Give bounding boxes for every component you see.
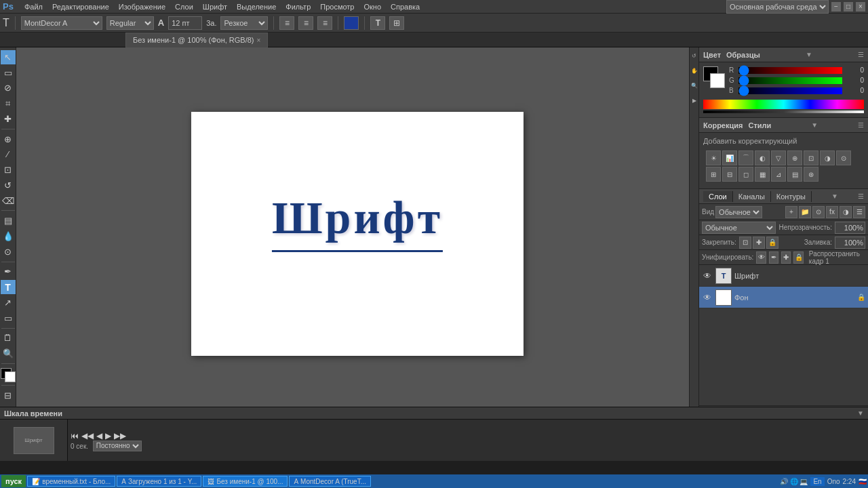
menu-edit[interactable]: Редактирование — [48, 1, 113, 12]
color-swatch[interactable] — [1, 368, 16, 382]
path-selection-tool[interactable]: ↗ — [1, 296, 16, 310]
close-button[interactable]: × — [856, 2, 865, 12]
blur-tool[interactable]: 💧 — [1, 229, 16, 243]
color-spectrum[interactable] — [703, 100, 864, 109]
blue-slider[interactable] — [738, 87, 842, 94]
tab-close-btn[interactable]: × — [257, 37, 261, 44]
menu-select[interactable]: Выделение — [233, 1, 280, 12]
hue-sat-icon[interactable]: ⊕ — [787, 150, 802, 165]
history-brush-tool[interactable]: ↺ — [1, 178, 16, 192]
color-balance-icon[interactable]: ⊡ — [804, 150, 818, 165]
lock-px-icon[interactable]: ⊡ — [739, 237, 751, 249]
menu-window[interactable]: Окно — [360, 1, 386, 12]
lasso-tool[interactable]: ⊘ — [1, 81, 16, 96]
quick-mask-btn[interactable]: ⊟ — [1, 388, 16, 403]
color-btn[interactable] — [344, 16, 359, 30]
unify-lock-icon[interactable]: 🔒 — [793, 251, 803, 264]
minimize-button[interactable]: − — [831, 2, 841, 12]
move-tool[interactable]: ↖ — [1, 50, 16, 64]
layer-mask-icon[interactable]: ⊙ — [812, 206, 825, 218]
lock-pos-icon[interactable]: ✚ — [753, 237, 765, 249]
threshold-icon[interactable]: ⊿ — [771, 167, 786, 182]
tl-play-btn[interactable]: ▶ — [105, 431, 111, 441]
align-center-btn[interactable]: ≡ — [298, 16, 313, 30]
layer-vis-bg[interactable]: 👁 — [702, 292, 713, 303]
bw-icon[interactable]: ◑ — [820, 150, 835, 165]
invert-icon[interactable]: ◻ — [738, 167, 753, 182]
toggle-panel-btn[interactable]: ▶ — [690, 94, 698, 107]
fx-icon[interactable]: fx — [826, 206, 838, 218]
dodge-tool[interactable]: ⊙ — [1, 245, 16, 259]
font-family-select[interactable]: MontDecor A — [21, 16, 102, 30]
red-slider[interactable] — [738, 67, 842, 74]
blend-mode-select[interactable]: Обычное — [715, 206, 762, 218]
crop-tool[interactable]: ⌗ — [1, 96, 16, 110]
stamp-tool[interactable]: ⊡ — [1, 163, 16, 177]
healing-brush-tool[interactable]: ⊕ — [1, 132, 16, 146]
font-size-input[interactable] — [168, 16, 202, 30]
shape-tool[interactable]: ▭ — [1, 311, 16, 325]
color-panel-collapse[interactable]: ▼ — [806, 51, 812, 58]
menu-view[interactable]: Просмотр — [316, 1, 358, 12]
menu-image[interactable]: Изображение — [115, 1, 170, 12]
eraser-tool[interactable]: ⌫ — [1, 194, 16, 208]
layers-panel-collapse[interactable]: ▼ — [831, 192, 838, 200]
opacity-input[interactable] — [835, 222, 865, 234]
tab-contours[interactable]: Контуры — [771, 191, 812, 202]
align-right-btn[interactable]: ≡ — [317, 16, 332, 30]
color-panel-menu[interactable]: ☰ — [858, 51, 864, 58]
tl-prev-btn[interactable]: ◀◀ — [81, 431, 94, 441]
anti-alias-select[interactable]: Резкое — [220, 16, 268, 30]
background-color[interactable] — [5, 371, 16, 382]
brightness-icon[interactable]: ☀ — [706, 150, 721, 165]
menu-filter[interactable]: Фильтр — [281, 1, 315, 12]
tab-layers[interactable]: Слои — [703, 191, 733, 202]
taskbar-item-2[interactable]: 🖼 Без имени-1 @ 100... — [203, 476, 288, 487]
menu-help[interactable]: Справка — [387, 1, 424, 12]
taskbar-item-3[interactable]: A MontDecor A (TrueT... — [289, 476, 371, 487]
selective-color-icon[interactable]: ⊛ — [804, 167, 818, 182]
taskbar-item-1[interactable]: A Загружено 1 из 1 - Y... — [117, 476, 201, 487]
photo-filter-icon[interactable]: ⊙ — [836, 150, 851, 165]
zoom-canvas-btn[interactable]: 🔍 — [690, 79, 698, 92]
font-style-select[interactable]: Regular — [106, 16, 154, 30]
rotate-view-btn[interactable]: ↺ — [690, 49, 698, 62]
exposure-icon[interactable]: ◐ — [755, 150, 770, 165]
eyedropper-tool[interactable]: ✚ — [1, 112, 16, 126]
hand-tool-btn[interactable]: ✋ — [690, 64, 698, 77]
tl-first-btn[interactable]: ⏮ — [71, 431, 79, 441]
warp-text-btn[interactable]: T — [370, 16, 385, 30]
gradient-tool[interactable]: ▤ — [1, 214, 16, 228]
menu-file[interactable]: Файл — [20, 1, 47, 12]
maximize-button[interactable]: □ — [844, 2, 853, 12]
pen-tool[interactable]: ✒ — [1, 265, 16, 279]
marquee-tool[interactable]: ▭ — [1, 66, 16, 80]
layers-panel-menu[interactable]: ☰ — [858, 192, 864, 200]
text-tool-icon[interactable]: T — [3, 17, 9, 29]
color-boxes[interactable] — [703, 66, 725, 88]
tab-channels[interactable]: Каналы — [733, 191, 771, 202]
zoom-tool[interactable]: 🔍 — [1, 346, 16, 361]
posterize-icon[interactable]: ▦ — [755, 167, 770, 182]
unify-brush-icon[interactable]: ✒ — [769, 251, 778, 264]
tl-next-btn[interactable]: ▶▶ — [114, 431, 126, 441]
lock-all-icon[interactable]: 🔒 — [766, 237, 778, 249]
unify-vis-icon[interactable]: 👁 — [756, 251, 766, 264]
blend-mode-select2[interactable]: Обычное — [702, 222, 776, 234]
adjustment-layer-icon[interactable]: ◑ — [840, 206, 852, 218]
char-panel-btn[interactable]: ⊞ — [389, 16, 404, 30]
bg-color-box[interactable] — [710, 73, 725, 88]
workspace-select[interactable]: Основная рабочая среда — [726, 0, 829, 14]
unify-pos-icon[interactable]: ✚ — [781, 251, 791, 264]
notes-tool[interactable]: 🗒 — [1, 331, 16, 346]
menu-layers[interactable]: Слои — [171, 1, 197, 12]
color-lookup-icon[interactable]: ⊟ — [722, 167, 737, 182]
type-tool[interactable]: T — [1, 280, 16, 294]
curves-icon[interactable]: ⌒ — [738, 150, 753, 165]
levels-icon[interactable]: 📊 — [722, 150, 737, 165]
samples-panel-title[interactable]: Образцы — [726, 51, 760, 59]
timeline-close-btn[interactable]: ▼ — [857, 409, 864, 417]
correction-panel-menu[interactable]: ☰ — [858, 121, 864, 129]
correction-panel-collapse[interactable]: ▼ — [811, 121, 818, 129]
taskbar-item-0[interactable]: 📝 временный.txt - Бло... — [27, 476, 115, 487]
